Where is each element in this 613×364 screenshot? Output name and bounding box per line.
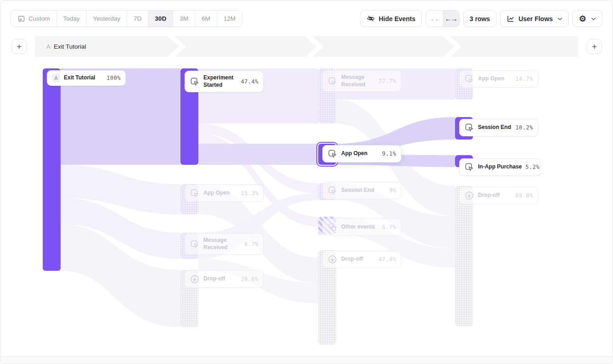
node-percent: 10.2%: [515, 124, 533, 131]
node-percent: 47.4%: [378, 256, 396, 263]
node-label: Message Received: [341, 74, 375, 88]
node-label: Experiment Started: [203, 74, 237, 89]
flow-node-app-open-4[interactable]: App Open 14.7%: [459, 70, 538, 88]
event-click-icon: [327, 76, 337, 86]
node-label: App Open: [478, 75, 512, 83]
node-percent: 9%: [389, 187, 396, 194]
event-click-icon: [464, 74, 474, 84]
arrow-down-circle-icon: [327, 254, 337, 264]
flow-node-other-events-3[interactable]: Other events 6.7%: [322, 218, 401, 236]
flow-node-session-end-4[interactable]: Session End 10.2%: [459, 119, 538, 136]
event-click-icon: [464, 162, 474, 172]
arrow-down-circle-icon: [464, 190, 474, 201]
node-label: Message Received: [203, 237, 241, 251]
ribbon: [198, 144, 318, 165]
flow-node-in-app-purchase-4[interactable]: In-App Purchase 5.2%: [459, 158, 541, 176]
step-a-badge: A: [52, 74, 60, 82]
node-label: App Open: [203, 190, 237, 197]
event-click-icon: [190, 77, 200, 87]
node-label: Exit Tutorial: [64, 74, 103, 82]
layers-grid-icon: [327, 222, 337, 232]
user-flows-app: Custom Today Yesterday 7D 30D 3M 6M 12M …: [0, 0, 613, 364]
node-percent: 100%: [107, 75, 121, 81]
node-label: Drop-off: [341, 256, 375, 263]
node-percent: 8.7%: [244, 241, 259, 247]
arrow-down-circle-icon: [190, 274, 200, 284]
node-percent: 15.3%: [241, 190, 259, 196]
flow-node-dropoff-2[interactable]: Drop-off 28.6%: [185, 270, 264, 288]
node-percent: 5.2%: [525, 164, 540, 170]
node-percent: 69.8%: [515, 192, 533, 199]
flow-node-dropoff-3[interactable]: Drop-off 47.4%: [322, 251, 401, 268]
node-label: App Open: [341, 150, 378, 157]
node-label: Session End: [341, 187, 386, 194]
node-label: In-App Purchase: [478, 163, 522, 171]
flow-node-experiment-started[interactable]: Experiment Started 47.4%: [185, 71, 264, 92]
event-click-icon: [327, 185, 337, 196]
event-click-icon: [464, 123, 474, 133]
flow-node-dropoff-4[interactable]: Drop-off 69.8%: [459, 187, 538, 204]
flow-node-message-received-2[interactable]: Message Received 8.7%: [185, 233, 264, 255]
node-percent: 9.1%: [382, 151, 396, 157]
event-click-icon: [190, 188, 200, 198]
flow-node-message-received-3[interactable]: Message Received 27.7%: [322, 70, 401, 92]
node-label: Other events: [341, 224, 378, 231]
node-percent: 28.6%: [241, 276, 259, 282]
node-percent: 14.7%: [515, 76, 533, 82]
sankey-bar-dropoff-4[interactable]: [455, 186, 473, 326]
node-label: Drop-off: [203, 275, 237, 283]
node-label: Drop-off: [478, 192, 512, 199]
flow-node-app-open-3-selected[interactable]: App Open 9.1%: [322, 145, 401, 162]
flow-node-session-end-3[interactable]: Session End 9%: [322, 182, 401, 199]
node-label: Session End: [478, 124, 512, 131]
event-click-icon: [327, 149, 337, 159]
node-percent: 47.4%: [241, 78, 259, 85]
node-percent: 6.7%: [382, 224, 396, 230]
node-percent: 27.7%: [378, 78, 396, 84]
event-click-icon: [190, 239, 200, 249]
flow-ribbons: [0, 0, 613, 364]
sankey-bar-exit-tutorial[interactable]: [43, 68, 61, 271]
flow-node-exit-tutorial[interactable]: A Exit Tutorial 100%: [47, 70, 126, 86]
flow-node-app-open-2[interactable]: App Open 15.3%: [185, 185, 264, 202]
